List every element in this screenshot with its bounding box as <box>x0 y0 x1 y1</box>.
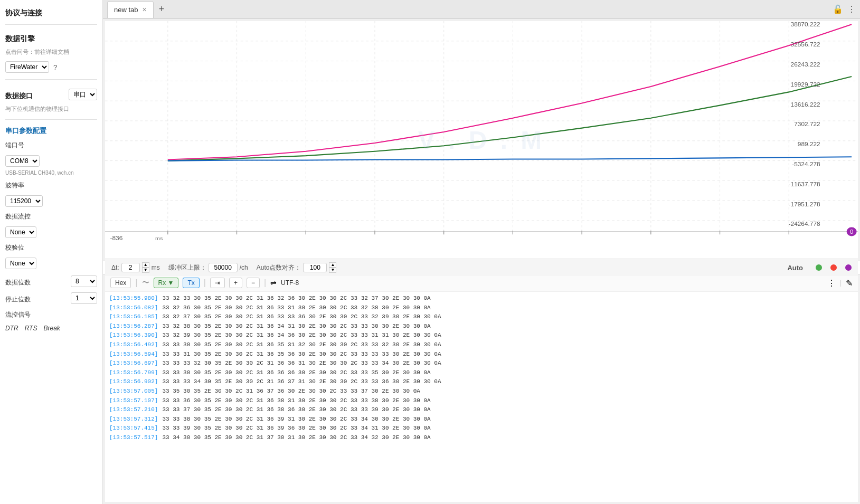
serial-output[interactable]: [13:53:55.980]33 32 33 30 35 2E 30 30 2C… <box>105 292 858 502</box>
serial-timestamp: [13:53:56.902] <box>109 377 158 387</box>
delta-t-input[interactable] <box>121 263 140 272</box>
serial-data-value: 33 32 36 30 35 2E 30 30 2C 31 36 33 31 3… <box>162 303 430 313</box>
tab-label: new tab <box>114 6 138 14</box>
serial-area: Hex | 〜 Rx ▼ Tx | ⇥ + − | ⇌ UTF-8 ⋮ | ✎ … <box>105 274 858 502</box>
svg-rect-0 <box>105 21 858 243</box>
tx-button[interactable]: Tx <box>183 278 199 288</box>
serial-data-value: 33 33 38 30 35 2E 30 30 2C 31 36 39 31 3… <box>162 415 430 424</box>
tab-new[interactable]: new tab × <box>107 1 154 18</box>
svg-text:-836: -836 <box>110 235 123 241</box>
controls-bar: Δt: ▲ ▼ ms 缓冲区上限： /ch Auto点数对齐： ▲ ▼ <box>105 259 858 276</box>
auto-points-up[interactable]: ▲ <box>329 262 336 268</box>
serial-timestamp: [13:53:57.415] <box>109 424 158 433</box>
serial-timestamp: [13:53:56.185] <box>109 312 158 322</box>
serial-data-value: 33 33 30 30 35 2E 30 30 2C 31 36 36 36 3… <box>162 368 430 378</box>
flow-label: 数据流控 <box>5 212 97 221</box>
sep3: | <box>264 278 266 288</box>
serial-data-value: 33 32 33 30 35 2E 30 30 2C 31 36 32 36 3… <box>162 294 430 303</box>
tabbar: new tab × + 🔓 ⋮ <box>103 0 860 19</box>
serial-erase-icon[interactable]: ✎ <box>846 278 853 288</box>
svg-text:ms: ms <box>155 235 163 241</box>
serial-data-value: 33 33 39 30 35 2E 30 30 2C 31 36 39 36 3… <box>162 424 430 433</box>
dtr-button[interactable]: DTR <box>5 325 18 332</box>
indent-button[interactable]: ⇥ <box>210 278 225 288</box>
flow-select[interactable]: None <box>5 226 36 238</box>
tab-add-button[interactable]: + <box>156 4 168 15</box>
port-select[interactable]: COM8 <box>5 155 40 167</box>
auto-points-input[interactable] <box>303 263 327 272</box>
auto-points-down[interactable]: ▼ <box>329 268 336 273</box>
chart-area: V . D . M <box>105 21 858 259</box>
svg-text:13616.222: 13616.222 <box>791 101 820 107</box>
serial-data-value: 33 34 30 30 35 2E 30 30 2C 31 37 30 31 3… <box>162 433 430 443</box>
dot-purple <box>845 264 852 271</box>
list-item: [13:53:55.980]33 32 33 30 35 2E 30 30 2C… <box>109 294 854 303</box>
serial-data-value: 33 33 33 34 30 35 2E 30 30 2C 31 36 37 3… <box>162 377 441 387</box>
lock-icon[interactable]: 🔓 <box>833 4 843 14</box>
svg-text:-17951.278: -17951.278 <box>789 201 820 207</box>
list-item: [13:53:56.390]33 32 39 30 35 2E 30 30 2C… <box>109 331 854 340</box>
svg-text:19929.722: 19929.722 <box>791 82 820 88</box>
list-item: [13:53:57.005]33 35 30 35 2E 30 30 2C 31… <box>109 387 854 396</box>
serial-data-value: 33 33 30 30 35 2E 30 30 2C 31 36 35 31 3… <box>162 340 441 350</box>
serial-data-value: 33 32 39 30 35 2E 30 30 2C 31 36 34 36 3… <box>162 331 441 340</box>
auto-points-label: Auto点数对齐： <box>257 263 301 272</box>
serial-data-value: 33 33 33 32 30 35 2E 30 30 2C 31 36 36 3… <box>162 359 441 368</box>
port-note: USB-SERIAL CH340, wch.cn <box>5 170 97 176</box>
serial-timestamp: [13:53:56.287] <box>109 322 158 331</box>
list-item: [13:53:56.287]33 32 38 30 35 2E 30 30 2C… <box>109 322 854 331</box>
rx-button[interactable]: Rx ▼ <box>154 278 179 288</box>
svg-text:26243.222: 26243.222 <box>791 62 820 68</box>
plus-button[interactable]: + <box>229 278 242 288</box>
serial-timestamp: [13:53:56.697] <box>109 359 158 368</box>
list-item: [13:53:57.415]33 33 39 30 35 2E 30 30 2C… <box>109 424 854 433</box>
hex-button[interactable]: Hex <box>110 278 131 288</box>
auto-label: Auto <box>787 264 803 272</box>
delta-t-up[interactable]: ▲ <box>142 262 149 268</box>
driver-select[interactable]: FireWater <box>5 61 49 73</box>
link-icon: ⇌ <box>270 279 277 287</box>
serial-toolbar: Hex | 〜 Rx ▼ Tx | ⇥ + − | ⇌ UTF-8 ⋮ | ✎ <box>105 274 858 292</box>
serial-timestamp: [13:53:56.390] <box>109 331 158 340</box>
data-bits-select[interactable]: 8 <box>71 275 97 287</box>
serial-data-value: 33 33 37 30 35 2E 30 30 2C 31 36 38 36 3… <box>162 405 430 415</box>
list-item: [13:53:56.492]33 33 30 30 35 2E 30 30 2C… <box>109 340 854 350</box>
svg-text:-11637.778: -11637.778 <box>789 182 820 187</box>
rts-button[interactable]: RTS <box>25 325 37 332</box>
dot-green <box>816 264 822 271</box>
list-item: [13:53:57.312]33 33 38 30 35 2E 30 30 2C… <box>109 415 854 424</box>
serial-timestamp: [13:53:55.980] <box>109 294 158 303</box>
serial-timestamp: [13:53:56.594] <box>109 350 158 359</box>
interface-select[interactable]: 串口 <box>69 89 97 100</box>
serial-config-title: 串口参数配置 <box>5 126 97 136</box>
svg-text:-5324.278: -5324.278 <box>792 161 820 167</box>
stop-bits-select[interactable]: 1 <box>71 292 97 304</box>
serial-data-value: 33 33 36 30 35 2E 30 30 2C 31 36 38 31 3… <box>162 396 430 406</box>
menu-icon[interactable]: ⋮ <box>847 4 856 14</box>
ms-label: ms <box>152 264 160 271</box>
list-item: [13:53:56.082]33 32 36 30 35 2E 30 30 2C… <box>109 303 854 313</box>
svg-text:-24264.778: -24264.778 <box>789 221 820 227</box>
help-icon[interactable]: ? <box>53 63 57 71</box>
tab-close-icon[interactable]: × <box>143 6 147 13</box>
list-item: [13:53:56.799]33 33 30 30 35 2E 30 30 2C… <box>109 368 854 378</box>
serial-timestamp: [13:53:56.492] <box>109 340 158 350</box>
serial-timestamp: [13:53:56.799] <box>109 368 158 378</box>
svg-text:989.222: 989.222 <box>798 141 820 147</box>
serial-timestamp: [13:53:57.517] <box>109 433 158 443</box>
list-item: [13:53:57.517]33 34 30 30 35 2E 30 30 2C… <box>109 433 854 443</box>
serial-timestamp: [13:53:57.210] <box>109 405 158 415</box>
parity-select[interactable]: None <box>5 258 36 269</box>
svg-text:38870.222: 38870.222 <box>791 22 820 27</box>
buffer-input[interactable] <box>209 263 238 272</box>
baud-select[interactable]: 115200 <box>5 195 43 207</box>
delta-t-down[interactable]: ▼ <box>142 268 149 273</box>
per-ch-label: /ch <box>240 264 248 271</box>
serial-menu-icon[interactable]: ⋮ <box>827 278 836 288</box>
sidebar: 协议与连接 数据引擎 点击问号：前往详细文档 FireWater ? 数据接口 … <box>0 0 103 504</box>
serial-timestamp: [13:53:57.107] <box>109 396 158 406</box>
minus-button[interactable]: − <box>247 278 260 288</box>
list-item: [13:53:57.210]33 33 37 30 35 2E 30 30 2C… <box>109 405 854 415</box>
break-button[interactable]: Break <box>43 325 60 332</box>
encoding-label: UTF-8 <box>281 279 299 287</box>
